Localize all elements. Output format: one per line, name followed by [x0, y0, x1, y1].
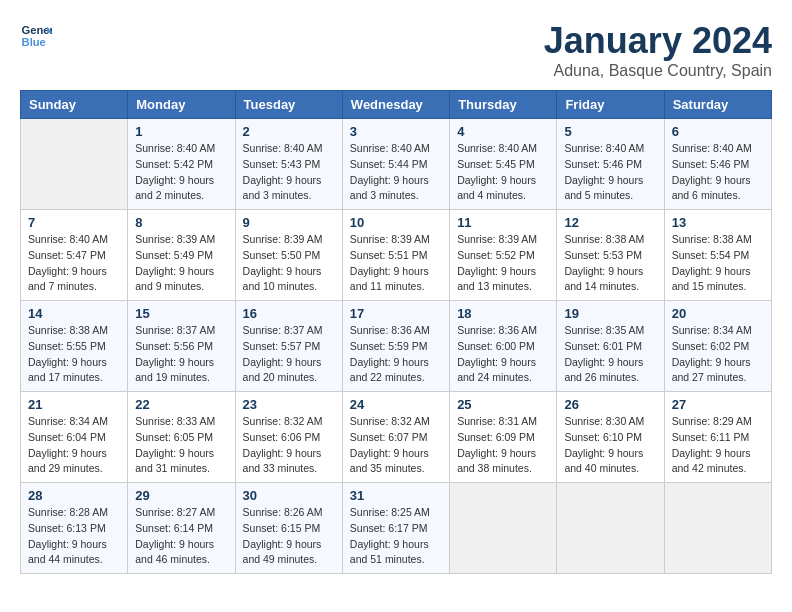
svg-text:Blue: Blue [22, 36, 46, 48]
day-cell: 14Sunrise: 8:38 AMSunset: 5:55 PMDayligh… [21, 301, 128, 392]
weekday-header-friday: Friday [557, 91, 664, 119]
day-number: 29 [135, 488, 227, 503]
day-cell: 3Sunrise: 8:40 AMSunset: 5:44 PMDaylight… [342, 119, 449, 210]
page-header: General Blue January 2024 Aduna, Basque … [20, 20, 772, 80]
logo-icon: General Blue [20, 20, 52, 52]
week-row-1: 1Sunrise: 8:40 AMSunset: 5:42 PMDaylight… [21, 119, 772, 210]
day-info: Sunrise: 8:34 AMSunset: 6:04 PMDaylight:… [28, 414, 120, 477]
day-number: 9 [243, 215, 335, 230]
day-number: 21 [28, 397, 120, 412]
day-info: Sunrise: 8:38 AMSunset: 5:54 PMDaylight:… [672, 232, 764, 295]
day-number: 12 [564, 215, 656, 230]
day-info: Sunrise: 8:25 AMSunset: 6:17 PMDaylight:… [350, 505, 442, 568]
day-cell: 13Sunrise: 8:38 AMSunset: 5:54 PMDayligh… [664, 210, 771, 301]
day-number: 19 [564, 306, 656, 321]
day-info: Sunrise: 8:36 AMSunset: 5:59 PMDaylight:… [350, 323, 442, 386]
day-cell: 11Sunrise: 8:39 AMSunset: 5:52 PMDayligh… [450, 210, 557, 301]
day-cell: 24Sunrise: 8:32 AMSunset: 6:07 PMDayligh… [342, 392, 449, 483]
day-info: Sunrise: 8:37 AMSunset: 5:57 PMDaylight:… [243, 323, 335, 386]
weekday-header-row: SundayMondayTuesdayWednesdayThursdayFrid… [21, 91, 772, 119]
weekday-header-saturday: Saturday [664, 91, 771, 119]
day-cell: 22Sunrise: 8:33 AMSunset: 6:05 PMDayligh… [128, 392, 235, 483]
day-cell: 31Sunrise: 8:25 AMSunset: 6:17 PMDayligh… [342, 483, 449, 574]
day-info: Sunrise: 8:40 AMSunset: 5:42 PMDaylight:… [135, 141, 227, 204]
day-number: 27 [672, 397, 764, 412]
day-number: 13 [672, 215, 764, 230]
day-cell: 25Sunrise: 8:31 AMSunset: 6:09 PMDayligh… [450, 392, 557, 483]
day-number: 6 [672, 124, 764, 139]
day-number: 3 [350, 124, 442, 139]
day-number: 4 [457, 124, 549, 139]
day-number: 22 [135, 397, 227, 412]
weekday-header-monday: Monday [128, 91, 235, 119]
day-number: 31 [350, 488, 442, 503]
day-number: 2 [243, 124, 335, 139]
day-info: Sunrise: 8:39 AMSunset: 5:52 PMDaylight:… [457, 232, 549, 295]
weekday-header-tuesday: Tuesday [235, 91, 342, 119]
day-info: Sunrise: 8:30 AMSunset: 6:10 PMDaylight:… [564, 414, 656, 477]
day-info: Sunrise: 8:38 AMSunset: 5:55 PMDaylight:… [28, 323, 120, 386]
day-cell [557, 483, 664, 574]
day-number: 7 [28, 215, 120, 230]
logo: General Blue [20, 20, 52, 52]
day-info: Sunrise: 8:38 AMSunset: 5:53 PMDaylight:… [564, 232, 656, 295]
day-info: Sunrise: 8:40 AMSunset: 5:46 PMDaylight:… [672, 141, 764, 204]
day-info: Sunrise: 8:27 AMSunset: 6:14 PMDaylight:… [135, 505, 227, 568]
day-number: 26 [564, 397, 656, 412]
day-info: Sunrise: 8:40 AMSunset: 5:46 PMDaylight:… [564, 141, 656, 204]
week-row-4: 21Sunrise: 8:34 AMSunset: 6:04 PMDayligh… [21, 392, 772, 483]
day-number: 25 [457, 397, 549, 412]
day-cell: 16Sunrise: 8:37 AMSunset: 5:57 PMDayligh… [235, 301, 342, 392]
weekday-header-sunday: Sunday [21, 91, 128, 119]
day-info: Sunrise: 8:39 AMSunset: 5:50 PMDaylight:… [243, 232, 335, 295]
day-cell: 6Sunrise: 8:40 AMSunset: 5:46 PMDaylight… [664, 119, 771, 210]
day-number: 10 [350, 215, 442, 230]
weekday-header-wednesday: Wednesday [342, 91, 449, 119]
day-cell: 7Sunrise: 8:40 AMSunset: 5:47 PMDaylight… [21, 210, 128, 301]
day-cell: 5Sunrise: 8:40 AMSunset: 5:46 PMDaylight… [557, 119, 664, 210]
day-number: 1 [135, 124, 227, 139]
day-number: 30 [243, 488, 335, 503]
day-info: Sunrise: 8:40 AMSunset: 5:45 PMDaylight:… [457, 141, 549, 204]
day-cell: 10Sunrise: 8:39 AMSunset: 5:51 PMDayligh… [342, 210, 449, 301]
week-row-3: 14Sunrise: 8:38 AMSunset: 5:55 PMDayligh… [21, 301, 772, 392]
day-info: Sunrise: 8:35 AMSunset: 6:01 PMDaylight:… [564, 323, 656, 386]
day-number: 11 [457, 215, 549, 230]
day-info: Sunrise: 8:37 AMSunset: 5:56 PMDaylight:… [135, 323, 227, 386]
day-cell [450, 483, 557, 574]
day-cell: 29Sunrise: 8:27 AMSunset: 6:14 PMDayligh… [128, 483, 235, 574]
week-row-2: 7Sunrise: 8:40 AMSunset: 5:47 PMDaylight… [21, 210, 772, 301]
day-info: Sunrise: 8:39 AMSunset: 5:49 PMDaylight:… [135, 232, 227, 295]
weekday-header-thursday: Thursday [450, 91, 557, 119]
day-cell: 19Sunrise: 8:35 AMSunset: 6:01 PMDayligh… [557, 301, 664, 392]
day-cell: 15Sunrise: 8:37 AMSunset: 5:56 PMDayligh… [128, 301, 235, 392]
location-title: Aduna, Basque Country, Spain [544, 62, 772, 80]
day-number: 16 [243, 306, 335, 321]
day-number: 14 [28, 306, 120, 321]
week-row-5: 28Sunrise: 8:28 AMSunset: 6:13 PMDayligh… [21, 483, 772, 574]
day-info: Sunrise: 8:26 AMSunset: 6:15 PMDaylight:… [243, 505, 335, 568]
calendar-table: SundayMondayTuesdayWednesdayThursdayFrid… [20, 90, 772, 574]
day-info: Sunrise: 8:33 AMSunset: 6:05 PMDaylight:… [135, 414, 227, 477]
day-cell [21, 119, 128, 210]
day-cell: 1Sunrise: 8:40 AMSunset: 5:42 PMDaylight… [128, 119, 235, 210]
day-info: Sunrise: 8:31 AMSunset: 6:09 PMDaylight:… [457, 414, 549, 477]
day-cell: 28Sunrise: 8:28 AMSunset: 6:13 PMDayligh… [21, 483, 128, 574]
day-number: 23 [243, 397, 335, 412]
day-number: 15 [135, 306, 227, 321]
day-cell: 4Sunrise: 8:40 AMSunset: 5:45 PMDaylight… [450, 119, 557, 210]
day-cell: 9Sunrise: 8:39 AMSunset: 5:50 PMDaylight… [235, 210, 342, 301]
day-info: Sunrise: 8:29 AMSunset: 6:11 PMDaylight:… [672, 414, 764, 477]
day-number: 8 [135, 215, 227, 230]
day-info: Sunrise: 8:40 AMSunset: 5:43 PMDaylight:… [243, 141, 335, 204]
day-info: Sunrise: 8:28 AMSunset: 6:13 PMDaylight:… [28, 505, 120, 568]
day-cell: 30Sunrise: 8:26 AMSunset: 6:15 PMDayligh… [235, 483, 342, 574]
day-cell: 21Sunrise: 8:34 AMSunset: 6:04 PMDayligh… [21, 392, 128, 483]
day-number: 24 [350, 397, 442, 412]
day-info: Sunrise: 8:32 AMSunset: 6:07 PMDaylight:… [350, 414, 442, 477]
day-number: 5 [564, 124, 656, 139]
day-info: Sunrise: 8:40 AMSunset: 5:44 PMDaylight:… [350, 141, 442, 204]
day-cell: 2Sunrise: 8:40 AMSunset: 5:43 PMDaylight… [235, 119, 342, 210]
day-info: Sunrise: 8:32 AMSunset: 6:06 PMDaylight:… [243, 414, 335, 477]
title-area: January 2024 Aduna, Basque Country, Spai… [544, 20, 772, 80]
